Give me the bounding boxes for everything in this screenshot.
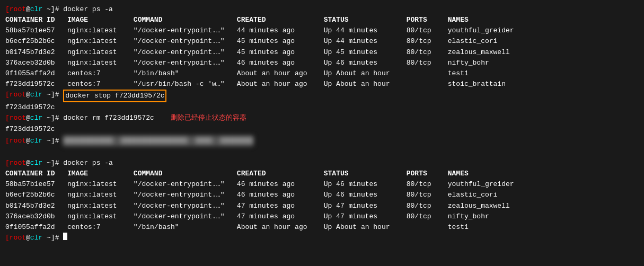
- terminal-window: [root@clr ~]# docker ps -a CONTAINER ID …: [0, 0, 644, 247]
- table-row: b6ecf25b2b6c nginx:latest "/docker-entry…: [5, 190, 639, 200]
- command-line-1: [root@clr ~]# docker ps -a: [5, 4, 639, 15]
- table-row: b01745b7d3e2 nginx:latest "/docker-entry…: [5, 201, 639, 211]
- table-row: 0f1055affa2d centos:7 "/bin/bash" About …: [5, 222, 639, 233]
- cmd-docker-ps-2: docker ps -a: [63, 158, 113, 169]
- rm-command-line: [root@clr ~]# docker rm f723dd19572c 删除已…: [5, 113, 639, 123]
- table-row: 376aceb32d0b nginx:latest "/docker-entry…: [5, 58, 639, 68]
- terminal-cursor: [63, 233, 67, 240]
- table-header-2: CONTAINER ID IMAGE COMMAND CREATED STATU…: [5, 169, 639, 179]
- table-row: 58ba57b1ee57 nginx:latest "/docker-entry…: [5, 25, 639, 36]
- table-row: 376aceb32d0b nginx:latest "/docker-entry…: [5, 211, 639, 222]
- rm-command-text: docker rm f723dd19572c: [63, 113, 154, 123]
- prompt-root-1: [root: [5, 4, 26, 15]
- blurred-line: [root@clr ~]# ████████████ █████████████…: [5, 136, 639, 146]
- table-row: b01745b7d3e2 nginx:latest "/docker-entry…: [5, 47, 639, 58]
- table-row: 0f1055affa2d centos:7 "/bin/bash" About …: [5, 68, 639, 79]
- table-row: b6ecf25b2b6c nginx:latest "/docker-entry…: [5, 36, 639, 47]
- table-row: f723dd19572c centos:7 "/usr/bin/bash -c …: [5, 79, 639, 90]
- stop-output: f723dd19572c: [5, 102, 639, 113]
- table-header-1: CONTAINER ID IMAGE COMMAND CREATED STATU…: [5, 15, 639, 25]
- cmd-docker-ps-1: docker ps -a: [63, 4, 113, 15]
- empty-line: [5, 147, 639, 158]
- redacted-content: ████████████ ████████████████ ████ █████…: [63, 136, 253, 146]
- rm-output: f723dd19572c: [5, 124, 639, 135]
- command-line-2: [root@clr ~]# docker ps -a: [5, 158, 639, 169]
- table-row: 58ba57b1ee57 nginx:latest "/docker-entry…: [5, 179, 639, 190]
- annotation-text: 删除已经停止状态的容器: [171, 113, 246, 123]
- stop-command-highlighted: docker stop f723dd19572c: [63, 90, 166, 102]
- final-prompt-line: [root@clr ~]#: [5, 233, 639, 243]
- stop-command-line: [root@clr ~]# docker stop f723dd19572c: [5, 90, 639, 102]
